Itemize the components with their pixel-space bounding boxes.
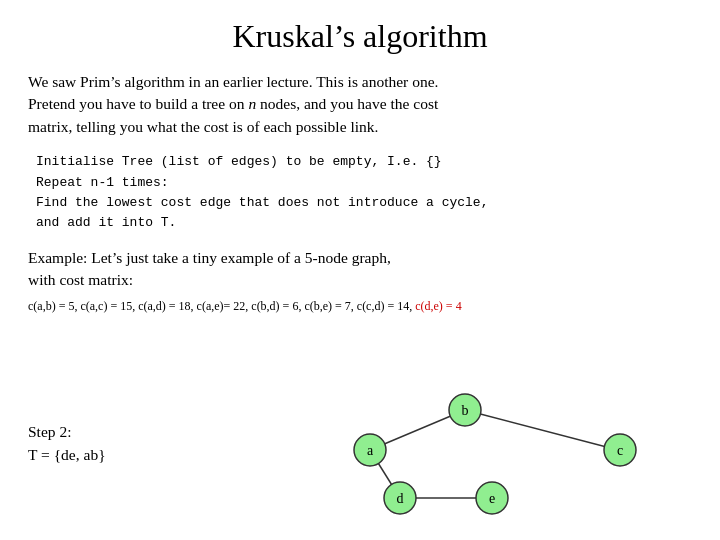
intro-paragraph: We saw Prim’s algorithm in an earlier le… (28, 71, 692, 138)
example-line2: with cost matrix: (28, 271, 133, 288)
example-line1: Example: Let’s just take a tiny example … (28, 249, 391, 266)
example-paragraph: Example: Let’s just take a tiny example … (28, 247, 692, 292)
step-line1: Step 2: (28, 423, 72, 440)
intro-line1: We saw Prim’s algorithm in an earlier le… (28, 73, 438, 90)
page: Kruskal’s algorithm We saw Prim’s algori… (0, 0, 720, 540)
code-line1: Initialise Tree (list of edges) to be em… (36, 152, 692, 172)
page-title: Kruskal’s algorithm (28, 18, 692, 55)
node-c-label: c (617, 443, 623, 458)
graph-svg: b a c d e (270, 390, 650, 530)
costs-normal: c(a,b) = 5, c(a,c) = 15, c(a,d) = 18, c(… (28, 299, 415, 313)
edge-bc (465, 410, 618, 450)
graph-area: b a c d e (270, 390, 650, 530)
code-line3: Find the lowest cost edge that does not … (36, 193, 692, 213)
intro-line3: matrix, telling you what the cost is of … (28, 118, 378, 135)
cost-matrix: c(a,b) = 5, c(a,c) = 15, c(a,d) = 18, c(… (28, 298, 692, 315)
node-e-label: e (489, 491, 495, 506)
node-d-label: d (397, 491, 404, 506)
step-line2: T = {de, ab} (28, 446, 106, 463)
node-a-label: a (367, 443, 374, 458)
node-b-label: b (462, 403, 469, 418)
code-line4: and add it into T. (36, 213, 692, 233)
code-line2: Repeat n-1 times: (36, 173, 692, 193)
step-label: Step 2: T = {de, ab} (28, 420, 106, 467)
costs-highlight: c(d,e) = 4 (415, 299, 461, 313)
code-block: Initialise Tree (list of edges) to be em… (36, 152, 692, 233)
